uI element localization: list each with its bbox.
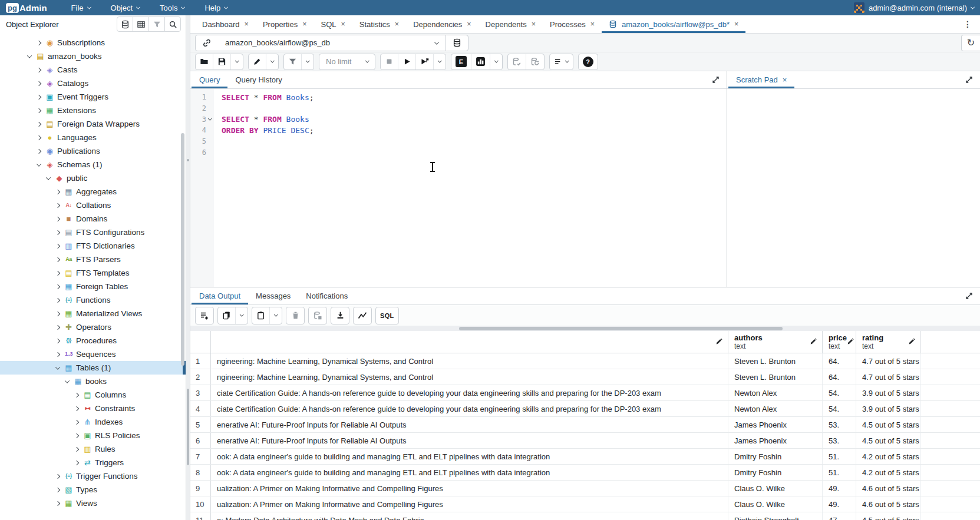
chevron-right-icon[interactable]	[34, 109, 44, 112]
chevron-right-icon[interactable]	[53, 488, 62, 492]
tree-item-procedures[interactable]: {)}Procedures	[0, 334, 186, 347]
cell-rating[interactable]: 3.9 out of 5 stars	[856, 385, 921, 400]
tree-item-materialized-views[interactable]: ▦Materialized Views	[0, 307, 186, 320]
cell-price[interactable]: 54.	[823, 401, 856, 416]
cell-authors[interactable]: Dmitry Foshin	[728, 449, 823, 464]
edit-button[interactable]	[249, 54, 266, 69]
cell-price[interactable]: 53.	[823, 417, 856, 432]
expand-editor-button[interactable]	[705, 71, 727, 88]
cell-authors[interactable]: Steven L. Brunton	[728, 369, 823, 385]
grid-horizontal-scrollbar[interactable]	[190, 326, 980, 331]
tree-item-domains[interactable]: ■Domains	[0, 212, 186, 226]
tree-item-public[interactable]: ◆public	[0, 171, 186, 185]
chevron-down-icon[interactable]	[53, 366, 62, 370]
close-icon[interactable]: ×	[532, 21, 536, 28]
menu-help[interactable]: Help	[194, 0, 237, 15]
tree-item-rls-policies[interactable]: ▣RLS Policies	[0, 429, 186, 442]
table-row[interactable]: 7ook: A data engineer's guide to buildin…	[190, 449, 980, 465]
tree-item-amazon-books[interactable]: ▤amazon_books	[0, 49, 186, 63]
chevron-right-icon[interactable]	[53, 204, 62, 207]
cell-rating[interactable]: 4.7 out of 5 stars	[856, 369, 921, 385]
cell-price[interactable]: 64.	[823, 353, 856, 369]
tab-dashboard[interactable]: Dashboard×	[195, 15, 256, 33]
grid-header-title[interactable]	[211, 331, 728, 353]
cancel-query-button[interactable]	[381, 54, 398, 69]
cell-price[interactable]: 49.	[823, 496, 856, 512]
open-file-button[interactable]	[196, 54, 213, 69]
fold-chevron-icon[interactable]	[206, 118, 214, 121]
cell-rating[interactable]: 4.6 out of 5 stars	[856, 496, 921, 512]
cell-rating[interactable]: 4.2 out of 5 stars	[856, 449, 921, 464]
tab-query-tool[interactable]: amazon_books/airflow@ps_db*×	[602, 15, 745, 33]
chevron-right-icon[interactable]	[53, 258, 62, 261]
cell-title[interactable]: enerative AI: Future-Proof Inputs for Re…	[211, 433, 728, 448]
tree-item-subscriptions[interactable]: ◉Subscriptions	[0, 36, 186, 49]
explain-analyze-button[interactable]	[471, 54, 490, 69]
tree-item-trigger-functions[interactable]: {≡}Trigger Functions	[0, 469, 186, 483]
chevron-right-icon[interactable]	[72, 407, 81, 410]
tree-item-rules[interactable]: ▥Rules	[0, 442, 186, 456]
user-menu[interactable]: admin@admin.com (internal)	[854, 2, 974, 13]
cell-title[interactable]: ualization: A Primer on Making Informati…	[211, 481, 728, 496]
cell-price[interactable]: 49.	[823, 481, 856, 496]
rollback-button[interactable]	[526, 54, 544, 69]
close-icon[interactable]: ×	[341, 21, 345, 28]
execute-script-button[interactable]	[416, 54, 434, 69]
cell-authors[interactable]: Piethein Strengholt	[728, 512, 823, 520]
tree-item-types[interactable]: ▧Types	[0, 483, 186, 496]
chevron-right-icon[interactable]	[34, 122, 44, 126]
search-objects-button[interactable]	[164, 16, 181, 32]
copy-button[interactable]	[218, 307, 236, 324]
table-row[interactable]: 3ciate Certification Guide: A hands-on r…	[190, 385, 980, 401]
cell-price[interactable]: 51.	[823, 449, 856, 464]
chevron-right-icon[interactable]	[34, 136, 44, 140]
kebab-menu-icon[interactable]: ⋮	[955, 15, 980, 33]
tree-item-tables-1-[interactable]: ▦Tables (1)	[0, 361, 186, 375]
chevron-right-icon[interactable]	[72, 448, 81, 451]
cell-title[interactable]: ngineering: Machine Learning, Dynamical …	[211, 369, 728, 385]
menu-tools[interactable]: Tools	[150, 0, 194, 15]
cell-title[interactable]: ciate Certification Guide: A hands-on re…	[211, 385, 728, 400]
grid-horizontal-scrollbar-thumb[interactable]	[459, 327, 783, 330]
chevron-right-icon[interactable]	[53, 339, 62, 343]
table-row[interactable]: 11e: Modern Data Architecture with Data …	[190, 512, 980, 520]
menu-file[interactable]: File	[61, 0, 101, 15]
tab-scratch-pad[interactable]: Scratch Pad ×	[728, 71, 794, 88]
tree-item-fts-configurations[interactable]: ▤FTS Configurations	[0, 226, 186, 239]
cell-title[interactable]: ciate Certification Guide: A hands-on re…	[211, 401, 728, 416]
chevron-right-icon[interactable]	[72, 420, 81, 424]
tree-item-sequences[interactable]: 1..3Sequences	[0, 347, 186, 361]
cell-title[interactable]: e: Modern Data Architecture with Data Me…	[211, 512, 728, 520]
chevron-right-icon[interactable]	[53, 271, 62, 275]
edit-pencil-icon[interactable]	[847, 333, 854, 345]
table-row[interactable]: 10ualization: A Primer on Making Informa…	[190, 496, 980, 512]
tree-item-views[interactable]: ▦Views	[0, 496, 186, 510]
tree-item-aggregates[interactable]: ▦Aggregates	[0, 185, 186, 198]
menu-object[interactable]: Object	[101, 0, 150, 15]
edit-options-dropdown[interactable]	[266, 54, 278, 69]
tab-properties[interactable]: Properties×	[256, 15, 314, 33]
cell-price[interactable]: 64.	[823, 369, 856, 385]
grid-header-rating[interactable]: ratingtext	[856, 331, 921, 353]
close-icon[interactable]: ×	[302, 21, 306, 28]
cell-rating[interactable]: 4.5 out of 5 stars	[856, 433, 921, 448]
help-button[interactable]: ?	[579, 54, 598, 69]
cell-title[interactable]: ook: A data engineer's guide to building…	[211, 465, 728, 480]
commit-button[interactable]	[508, 54, 526, 69]
cell-authors[interactable]: Steven L. Brunton	[728, 353, 823, 369]
expand-scratch-pad-button[interactable]	[958, 71, 980, 88]
tree-item-publications[interactable]: ◉Publications	[0, 144, 186, 158]
tree-item-extensions[interactable]: ▦Extensions	[0, 104, 186, 117]
close-icon[interactable]: ×	[734, 21, 738, 28]
cell-authors[interactable]: Newton Alex	[728, 401, 823, 416]
close-icon[interactable]: ×	[783, 75, 787, 84]
tab-query[interactable]: Query	[192, 71, 227, 88]
close-icon[interactable]: ×	[467, 21, 471, 28]
tab-data-output[interactable]: Data Output	[192, 287, 248, 304]
cell-title[interactable]: ngineering: Machine Learning, Dynamical …	[211, 353, 728, 369]
chevron-right-icon[interactable]	[34, 68, 44, 72]
cell-price[interactable]: 53.	[823, 433, 856, 448]
chevron-down-icon[interactable]	[34, 163, 44, 167]
chevron-right-icon[interactable]	[34, 41, 44, 45]
scratch-pad-input[interactable]	[727, 89, 980, 287]
